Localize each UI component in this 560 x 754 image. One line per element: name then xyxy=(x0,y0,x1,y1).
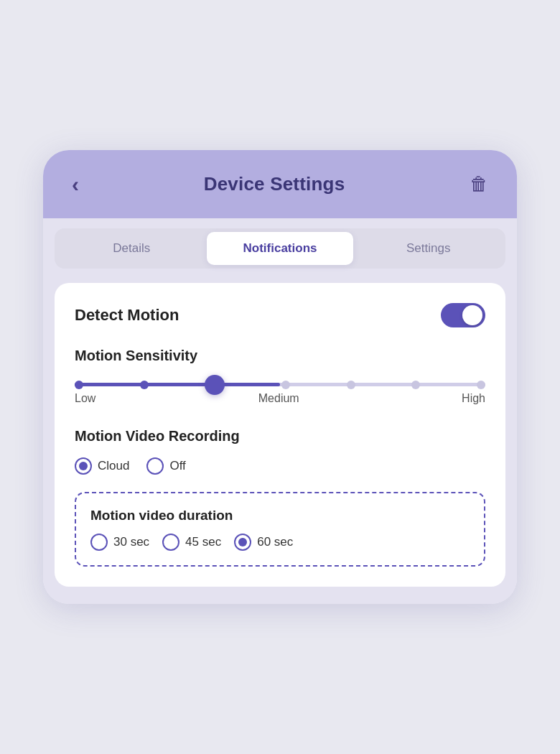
trash-icon[interactable]: 🗑 xyxy=(464,170,494,198)
motion-video-duration-section: Motion video duration 30 sec 45 sec xyxy=(75,492,485,567)
motion-sensitivity-title: Motion Sensitivity xyxy=(75,348,485,364)
radio-off-outer xyxy=(146,457,164,475)
slider-labels: Low Medium High xyxy=(75,392,485,405)
duration-option-45sec[interactable]: 45 sec xyxy=(162,534,221,551)
page-title: Device Settings xyxy=(204,173,345,195)
content: Detect Motion Motion Sensitivity xyxy=(43,269,517,604)
motion-sensitivity-section: Motion Sensitivity xyxy=(75,348,485,405)
radio-60sec-inner xyxy=(238,538,247,546)
slider-track xyxy=(75,383,485,386)
slider-dot-7 xyxy=(477,381,485,389)
radio-30sec-label: 30 sec xyxy=(113,535,149,549)
back-button[interactable]: ‹ xyxy=(66,171,85,198)
tab-notifications[interactable]: Notifications xyxy=(207,232,354,265)
recording-option-off[interactable]: Off xyxy=(146,457,185,475)
radio-cloud-inner xyxy=(79,462,88,470)
settings-card: Detect Motion Motion Sensitivity xyxy=(55,283,505,587)
recording-option-cloud[interactable]: Cloud xyxy=(75,457,129,475)
radio-45sec-label: 45 sec xyxy=(185,535,221,549)
tabs-container: Details Notifications Settings xyxy=(43,218,517,269)
sensitivity-slider[interactable] xyxy=(75,377,485,386)
duration-option-60sec[interactable]: 60 sec xyxy=(234,534,293,551)
phone-shell: ‹ Device Settings 🗑 Details Notification… xyxy=(0,0,560,754)
radio-cloud-label: Cloud xyxy=(98,459,129,473)
radio-off-label: Off xyxy=(169,459,185,473)
recording-radio-row: Cloud Off xyxy=(75,457,485,475)
slider-dot-6 xyxy=(411,381,420,389)
motion-video-recording-section: Motion Video Recording Cloud Off xyxy=(75,428,485,475)
duration-option-30sec[interactable]: 30 sec xyxy=(90,534,149,551)
slider-track-fill xyxy=(75,383,280,386)
radio-30sec-outer xyxy=(90,534,108,551)
tabs: Details Notifications Settings xyxy=(55,228,505,269)
radio-60sec-outer xyxy=(234,534,251,551)
header: ‹ Device Settings 🗑 xyxy=(43,150,517,218)
duration-radio-row: 30 sec 45 sec 60 sec xyxy=(90,534,470,551)
detect-motion-toggle[interactable] xyxy=(441,303,485,327)
detect-motion-section: Detect Motion xyxy=(75,303,485,327)
motion-video-recording-title: Motion Video Recording xyxy=(75,428,485,445)
detect-motion-label: Detect Motion xyxy=(75,306,179,325)
radio-60sec-label: 60 sec xyxy=(257,535,293,549)
slider-label-high: High xyxy=(462,392,485,405)
tab-settings[interactable]: Settings xyxy=(355,232,502,265)
slider-label-low: Low xyxy=(75,392,95,405)
slider-dot-4 xyxy=(281,381,290,389)
toggle-knob xyxy=(462,305,482,325)
radio-cloud-outer xyxy=(75,457,92,475)
app-card: ‹ Device Settings 🗑 Details Notification… xyxy=(43,150,517,604)
slider-dot-5 xyxy=(347,381,355,389)
tab-details[interactable]: Details xyxy=(58,232,205,265)
motion-video-duration-title: Motion video duration xyxy=(90,508,470,523)
slider-label-medium: Medium xyxy=(258,392,299,405)
radio-45sec-outer xyxy=(162,534,179,551)
